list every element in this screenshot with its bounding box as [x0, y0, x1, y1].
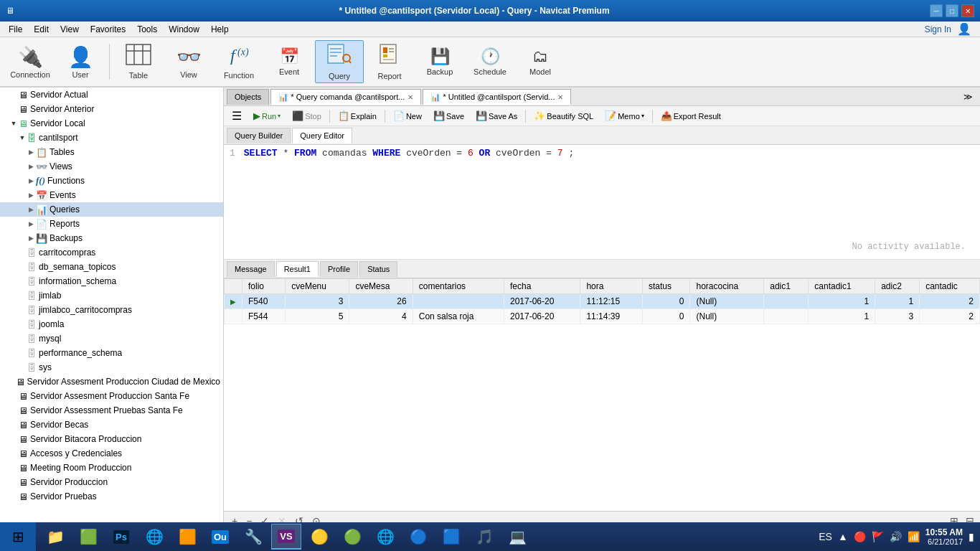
sidebar-item-produccion[interactable]: 🖥 Servidor Produccion: [0, 475, 223, 489]
sidebar-item-assesment-cdmx[interactable]: 🖥 Servidor Assesment Produccion Ciudad d…: [0, 375, 223, 389]
stop-button[interactable]: ⬛ Stop: [287, 108, 326, 124]
tab-close-icon-2[interactable]: ✕: [557, 93, 563, 101]
sidebar-item-assesment-sf[interactable]: 🖥 Servidor Assesment Produccion Santa Fe: [0, 389, 223, 403]
tab-result1[interactable]: Result1: [276, 261, 319, 277]
taskbar-app-14[interactable]: 💻: [502, 524, 532, 550]
toolbar-user[interactable]: 👤 User: [56, 40, 105, 83]
tab-query-untitled[interactable]: 📊 * Untitled @cantilsport (Servid... ✕: [423, 89, 571, 105]
sidebar-item-jimlab[interactable]: 🗄 jimlab: [0, 288, 223, 303]
start-button[interactable]: ⊞: [0, 522, 36, 551]
sidebar-item-mysql[interactable]: 🗄 mysql: [0, 331, 223, 346]
beautify-button[interactable]: ✨ Beautify SQL: [529, 108, 598, 124]
hamburger-menu-button[interactable]: ☰: [227, 108, 247, 124]
col-cvemenu[interactable]: cveMenu: [286, 279, 349, 294]
menu-tools[interactable]: Tools: [131, 23, 163, 36]
tab-query-editor[interactable]: Query Editor: [292, 128, 352, 143]
toolbar-model[interactable]: 🗂 Model: [516, 40, 565, 83]
taskbar-ie[interactable]: 🌐: [139, 524, 169, 550]
toolbar-connection[interactable]: 🔌 Connection: [6, 40, 55, 83]
tab-query-comanda[interactable]: 📊 * Query comanda @cantilsport... ✕: [270, 89, 421, 105]
sidebar-item-meeting[interactable]: 🖥 Meeting Room Produccion: [0, 461, 223, 475]
taskbar-app-12[interactable]: 🟦: [436, 524, 466, 550]
taskbar-app-13[interactable]: 🎵: [469, 524, 499, 550]
col-cvemesa[interactable]: cveMesa: [349, 279, 413, 294]
col-cantadic[interactable]: cantadic: [920, 279, 980, 294]
sidebar-item-sys[interactable]: 🗄 sys: [0, 360, 223, 375]
sidebar-item-db-semana-topicos[interactable]: 🗄 db_semana_topicos: [0, 260, 223, 274]
menu-help[interactable]: Help: [205, 23, 235, 36]
memo-button[interactable]: 📝 Memo ▾: [600, 108, 649, 124]
taskbar-photoshop[interactable]: Ps: [106, 524, 136, 550]
sidebar-item-performance-schema[interactable]: 🗄 performance_schema: [0, 346, 223, 360]
explain-button[interactable]: 📋 Explain: [333, 108, 382, 124]
toolbar-schedule[interactable]: 🕐 Schedule: [466, 40, 514, 83]
save-button[interactable]: 💾 Save: [428, 108, 469, 124]
sidebar-item-cantilsport[interactable]: ▼ 🗄 cantilsport: [0, 131, 223, 145]
new-button[interactable]: 📄 New: [388, 108, 427, 124]
sidebar-item-reports[interactable]: ▶ 📄 Reports: [0, 217, 223, 231]
taskbar-app-5[interactable]: 🟧: [172, 524, 202, 550]
sidebar-item-servidor-actual[interactable]: 🖥 Servidor Actual: [0, 88, 223, 102]
table-row[interactable]: ▶ F540 3 26 2017-06-20 11:12:15 0 (Null)…: [225, 294, 980, 309]
taskbar-visual-studio[interactable]: VS: [271, 524, 301, 550]
col-cantadic1[interactable]: cantadic1: [809, 279, 875, 294]
tab-extra-button[interactable]: ≫: [959, 92, 977, 102]
sidebar-item-accesos[interactable]: 🖥 Accesos y Credenciales: [0, 446, 223, 461]
menu-file[interactable]: File: [3, 23, 28, 36]
col-folio[interactable]: folio: [242, 279, 286, 294]
sidebar-item-tables[interactable]: ▶ 📋 Tables: [0, 145, 223, 159]
sidebar-item-servidor-anterior[interactable]: 🖥 Servidor Anterior: [0, 102, 223, 116]
tab-close-icon-1[interactable]: ✕: [407, 93, 413, 101]
table-row[interactable]: F544 5 4 Con salsa roja 2017-06-20 11:14…: [225, 309, 980, 324]
sidebar-item-backups[interactable]: ▶ 💾 Backups: [0, 231, 223, 245]
sidebar-item-joomla[interactable]: 🗄 joomla: [0, 317, 223, 331]
sidebar-item-assessment-pruebas[interactable]: 🖥 Servidor Assessment Pruebas Santa Fe: [0, 403, 223, 418]
taskbar-app-2[interactable]: 🟩: [73, 524, 103, 550]
sidebar-item-pruebas[interactable]: 🖥 Servidor Pruebas: [0, 489, 223, 504]
toolbar-view[interactable]: 👓 View: [164, 40, 213, 83]
sidebar-item-carritocompras[interactable]: 🗄 carritocompras: [0, 245, 223, 260]
sidebar-item-events[interactable]: ▶ 📅 Events: [0, 188, 223, 202]
save-as-button[interactable]: 💾 Save As: [471, 108, 522, 124]
sidebar-item-becas[interactable]: 🖥 Servidor Becas: [0, 418, 223, 432]
toolbar-function[interactable]: f(x) Function: [215, 40, 263, 83]
sidebar-item-views[interactable]: ▶ 👓 Views: [0, 159, 223, 174]
sidebar-item-functions[interactable]: ▶ f() Functions: [0, 174, 223, 188]
taskbar-app-9[interactable]: 🟢: [337, 524, 367, 550]
sidebar-item-bitacora[interactable]: 🖥 Servidor Bitacora Produccion: [0, 432, 223, 446]
taskbar-file-explorer[interactable]: 📁: [40, 524, 70, 550]
maximize-button[interactable]: □: [946, 4, 958, 17]
col-comentarios[interactable]: comentarios: [413, 279, 504, 294]
taskbar-tools[interactable]: 🔧: [238, 524, 268, 550]
col-adic2[interactable]: adic2: [875, 279, 920, 294]
toolbar-query[interactable]: Query: [315, 40, 364, 83]
sql-editor[interactable]: 1 SELECT * FROM comandas WHERE cveOrden …: [224, 145, 980, 260]
sidebar-item-jimlabco[interactable]: 🗄 jimlabco_carritocompras: [0, 303, 223, 317]
sidebar-item-queries[interactable]: ▶ 📊 Queries: [0, 202, 223, 217]
sidebar-item-servidor-local[interactable]: ▼ 🖥 Servidor Local: [0, 116, 223, 131]
toolbar-event[interactable]: 📅 Event: [265, 40, 314, 83]
show-desktop-button[interactable]: ▮: [969, 531, 974, 542]
tab-message[interactable]: Message: [227, 261, 275, 277]
col-hora[interactable]: hora: [580, 279, 643, 294]
toolbar-report[interactable]: Report: [365, 40, 414, 83]
col-horacocina[interactable]: horacocina: [690, 279, 764, 294]
run-button[interactable]: ▶ Run ▾: [248, 108, 286, 124]
toolbar-backup[interactable]: 💾 Backup: [415, 40, 464, 83]
taskbar-app-11[interactable]: 🔵: [403, 524, 433, 550]
tab-query-builder[interactable]: Query Builder: [227, 128, 291, 143]
menu-edit[interactable]: Edit: [28, 23, 55, 36]
col-fecha[interactable]: fecha: [504, 279, 580, 294]
sidebar-item-information-schema[interactable]: 🗄 information_schema: [0, 274, 223, 288]
close-button[interactable]: ✕: [961, 4, 974, 17]
col-adic1[interactable]: adic1: [764, 279, 809, 294]
export-button[interactable]: 📤 Export Result: [656, 108, 726, 124]
sign-in-link[interactable]: Sign In: [925, 24, 951, 34]
taskbar-outlook[interactable]: Ou: [205, 524, 235, 550]
menu-favorites[interactable]: Favorites: [85, 23, 131, 36]
taskbar-chrome[interactable]: 🌐: [370, 524, 400, 550]
col-status[interactable]: status: [642, 279, 690, 294]
taskbar-app-8[interactable]: 🟡: [304, 524, 334, 550]
minimize-button[interactable]: ─: [930, 4, 943, 17]
tab-status[interactable]: Status: [359, 261, 397, 277]
